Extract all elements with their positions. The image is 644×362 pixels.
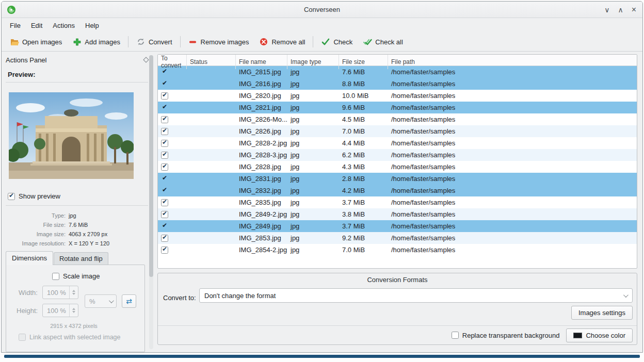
row-checkbox[interactable]: ✔ <box>161 116 168 123</box>
row-checkbox[interactable]: ✔ <box>161 235 168 242</box>
close-button[interactable]: × <box>632 6 636 14</box>
row-checkbox[interactable]: ✔ <box>161 246 168 254</box>
open-images-label: Open images <box>22 38 62 46</box>
tab-rotate-and-flip[interactable]: Rotate and flip <box>54 252 108 265</box>
row-checkbox[interactable]: ✔ <box>161 163 168 171</box>
format-dropdown[interactable]: Don't change the format <box>199 288 633 303</box>
convert-button[interactable]: Convert <box>131 35 178 49</box>
menu-edit[interactable]: Edit <box>26 20 47 31</box>
replace-background-box[interactable] <box>452 332 459 339</box>
col-image-type[interactable]: Image type <box>287 55 339 69</box>
table-row[interactable]: ✔ IMG_2828.jpg jpg 4.3 MiB /home/faster/… <box>158 161 637 173</box>
cell-file-size: 9.2 MiB <box>339 234 388 242</box>
scrollbar-thumb[interactable] <box>149 55 153 277</box>
table-row[interactable]: ✔ IMG_2853.jpg jpg 9.2 MiB /home/faster/… <box>158 232 637 244</box>
col-file-size[interactable]: File size <box>339 55 388 69</box>
table-row[interactable]: ✔ IMG_2832.jpg jpg 4.2 MiB /home/faster/… <box>158 185 637 196</box>
table-row[interactable]: ✔ IMG_2849.jpg jpg 3.7 MiB /home/faster/… <box>158 220 637 232</box>
choose-color-button[interactable]: Choose color <box>566 328 633 342</box>
table-row[interactable]: ✔ IMG_2828-3.jpg jpg 6.2 MiB /home/faste… <box>158 149 637 161</box>
cell-file-path: /home/faster/samples <box>388 222 637 230</box>
table-row[interactable]: ✔ IMG_2854-2.jpg jpg 7.0 MiB /home/faste… <box>158 244 637 256</box>
file-size-value: 7.6 MiB <box>69 222 88 228</box>
add-images-button[interactable]: Add images <box>67 35 125 49</box>
row-checkbox[interactable]: ✔ <box>161 104 168 111</box>
row-checkbox[interactable]: ✔ <box>161 128 168 135</box>
row-checkbox[interactable]: ✔ <box>161 140 168 147</box>
cell-file-path: /home/faster/samples <box>388 163 637 171</box>
remove-all-button[interactable]: Remove all <box>254 35 310 49</box>
images-settings-button[interactable]: Images settings <box>571 306 633 320</box>
scale-image-checkbox[interactable]: ✔ Scale image <box>52 272 100 280</box>
show-preview-checkbox[interactable]: ✔ Show preview <box>8 192 60 200</box>
height-value: 100 % <box>43 307 69 315</box>
check-mark-icon: ✔ <box>9 192 14 199</box>
add-images-label: Add images <box>85 38 120 46</box>
link-aspect-box[interactable] <box>19 334 26 341</box>
choose-color-label: Choose color <box>586 332 625 339</box>
actions-panel-title: Actions Panel <box>6 56 47 64</box>
open-images-button[interactable]: Open images <box>5 35 67 49</box>
table-row[interactable]: ✔ IMG_2826-Mo... jpg 4.5 MiB /home/faste… <box>158 113 637 125</box>
link-aspect-checkbox[interactable]: Link aspect with selected image <box>19 334 120 341</box>
col-file-name[interactable]: File name <box>236 55 287 69</box>
row-checkbox[interactable]: ✔ <box>161 92 168 100</box>
spin-up-icon[interactable] <box>72 290 75 292</box>
cell-file-path: /home/faster/samples <box>388 116 637 123</box>
table-row[interactable]: ✔ IMG_2816.jpg jpg 8.8 MiB /home/faster/… <box>158 78 637 90</box>
width-spinbox[interactable]: 100 % <box>42 286 78 299</box>
table-row[interactable]: ✔ IMG_2821.jpg jpg 9.6 MiB /home/faster/… <box>158 102 637 113</box>
cell-file-path: /home/faster/samples <box>388 234 637 242</box>
col-to-convert[interactable]: To convert <box>158 55 187 69</box>
table-row[interactable]: ✔ IMG_2828-2.jpg jpg 4.4 MiB /home/faste… <box>158 137 637 149</box>
check-button[interactable]: Check <box>316 35 358 49</box>
replace-background-checkbox[interactable]: Replace transparent background <box>452 332 560 339</box>
row-checkbox[interactable]: ✔ <box>161 199 168 206</box>
row-checkbox[interactable]: ✔ <box>161 80 168 88</box>
table-row[interactable]: ✔ IMG_2820.jpg jpg 10.0 MiB /home/faster… <box>158 90 637 102</box>
scale-image-box[interactable]: ✔ <box>52 273 59 280</box>
table-row[interactable]: ✔ IMG_2831.jpg jpg 2.8 MiB /home/faster/… <box>158 173 637 185</box>
cell-image-type: jpg <box>287 163 339 171</box>
menu-help[interactable]: Help <box>80 20 104 31</box>
row-checkbox[interactable]: ✔ <box>161 223 168 230</box>
row-checkbox[interactable]: ✔ <box>161 187 168 194</box>
row-checkbox[interactable]: ✔ <box>161 69 168 76</box>
col-status[interactable]: Status <box>187 55 236 69</box>
tab-dimensions[interactable]: Dimensions <box>6 251 53 265</box>
cell-image-type: jpg <box>287 139 339 147</box>
show-preview-box[interactable]: ✔ <box>8 193 15 200</box>
maximize-button[interactable]: ∧ <box>618 6 623 13</box>
check-all-button[interactable]: Check all <box>358 35 408 49</box>
check-mark-icon: ✔ <box>162 199 167 206</box>
image-resolution-label: Image resolution: <box>2 240 69 246</box>
panel-scrollbar[interactable] <box>149 55 153 349</box>
spin-down-icon[interactable] <box>72 293 75 295</box>
check-mark-icon: ✔ <box>162 175 167 182</box>
minimize-button[interactable]: ∨ <box>604 6 609 13</box>
spin-down-icon[interactable] <box>72 311 75 313</box>
refresh-icon: ⇄ <box>126 297 132 305</box>
unit-dropdown[interactable]: % <box>85 294 117 308</box>
menu-actions[interactable]: Actions <box>47 20 80 31</box>
chevron-down-icon <box>109 298 114 303</box>
row-checkbox[interactable]: ✔ <box>161 152 168 159</box>
height-spinbox[interactable]: 100 % <box>42 304 78 317</box>
table-header: To convert Status File name Image type F… <box>158 55 637 66</box>
row-checkbox[interactable]: ✔ <box>161 211 168 218</box>
table-row[interactable]: ✔ IMG_2849-2.jpg jpg 3.8 MiB /home/faste… <box>158 208 637 220</box>
remove-images-label: Remove images <box>201 38 249 46</box>
remove-images-button[interactable]: Remove images <box>183 35 254 49</box>
cell-image-type: jpg <box>287 210 339 218</box>
remove-all-label: Remove all <box>271 38 305 46</box>
table-row[interactable]: ✔ IMG_2826.jpg jpg 7.0 MiB /home/faster/… <box>158 125 637 137</box>
menu-file[interactable]: File <box>5 20 26 31</box>
float-panel-button[interactable] <box>143 57 149 62</box>
cell-file-path: /home/faster/samples <box>388 175 637 183</box>
col-file-path[interactable]: File path <box>388 55 637 69</box>
row-checkbox[interactable]: ✔ <box>161 175 168 183</box>
image-size-label: Image size: <box>2 231 69 237</box>
spin-up-icon[interactable] <box>72 308 75 310</box>
reset-size-button[interactable]: ⇄ <box>122 294 136 308</box>
table-row[interactable]: ✔ IMG_2835.jpg jpg 3.7 MiB /home/faster/… <box>158 196 637 208</box>
